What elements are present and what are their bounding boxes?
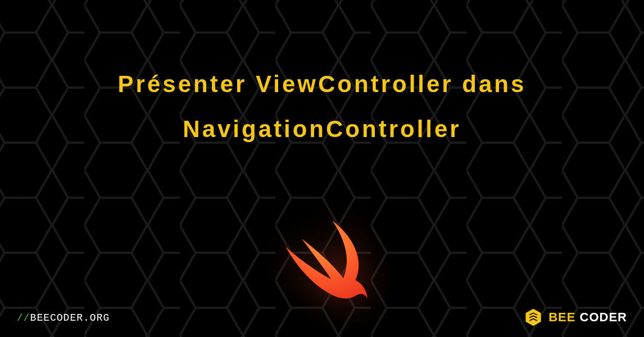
brand-bee: BEE	[548, 310, 575, 324]
brand-text: BEE CODER	[548, 310, 627, 325]
swift-logo-icon	[271, 213, 373, 315]
brand-badge: BEE CODER	[524, 308, 627, 327]
site-url: //BEECODER.ORG	[17, 312, 110, 324]
url-slashes: //	[17, 312, 30, 324]
svg-marker-4	[526, 309, 541, 326]
title-line-2: NavigationController	[0, 107, 644, 152]
main-title: Présenter ViewController dans Navigation…	[0, 62, 644, 152]
brand-coder: CODER	[575, 310, 627, 324]
brand-hex-icon	[524, 308, 543, 327]
url-text: BEECODER.ORG	[30, 312, 110, 324]
title-line-1: Présenter ViewController dans	[0, 62, 644, 107]
